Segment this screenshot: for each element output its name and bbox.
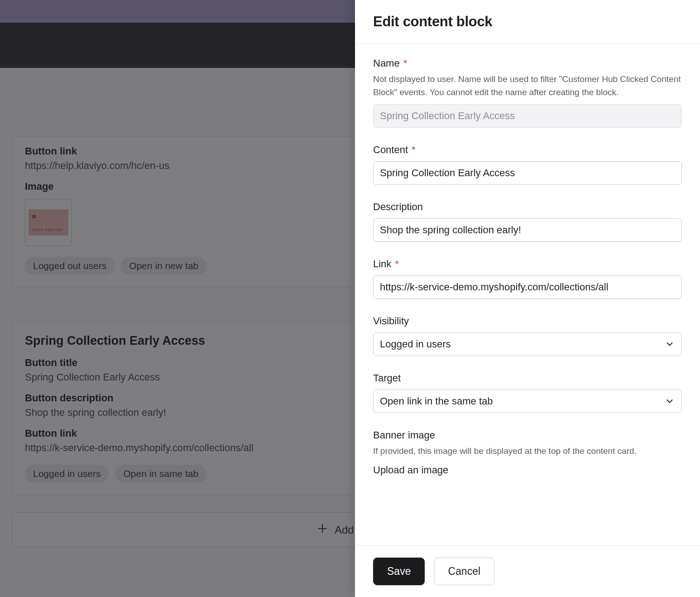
required-indicator-icon: *	[403, 58, 408, 68]
visibility-select[interactable]	[373, 332, 682, 356]
field-help-name: Not displayed to user. Name will be used…	[373, 73, 682, 99]
image-thumbnail[interactable]: HELP CENTER	[25, 199, 72, 246]
required-indicator-icon: *	[412, 145, 416, 155]
drawer-header: Edit content block	[355, 0, 700, 44]
form-group-target: Target	[373, 372, 682, 413]
field-help-banner-image: If provided, this image will be displaye…	[373, 445, 682, 458]
name-input	[373, 104, 682, 128]
form-group-banner-image: Banner image If provided, this image wil…	[373, 429, 682, 476]
save-button[interactable]: Save	[373, 558, 425, 585]
link-input[interactable]	[373, 275, 682, 299]
form-group-content: Content *	[373, 144, 682, 185]
drawer-body: Name * Not displayed to user. Name will …	[355, 44, 700, 545]
status-pill: Open in same tab	[115, 465, 206, 483]
drawer-title: Edit content block	[373, 14, 682, 30]
status-pill: Logged in users	[25, 465, 109, 483]
form-group-link: Link *	[373, 258, 682, 299]
form-group-name: Name * Not displayed to user. Name will …	[373, 58, 682, 128]
form-group-description: Description	[373, 201, 682, 242]
plus-icon	[316, 523, 328, 537]
drawer-footer: Save Cancel	[355, 545, 700, 597]
status-pill: Open in new tab	[121, 257, 206, 275]
edit-content-block-drawer: Edit content block Name * Not displayed …	[355, 0, 700, 597]
field-label-link: Link	[373, 258, 391, 270]
field-label-content: Content	[373, 144, 408, 156]
description-input[interactable]	[373, 218, 682, 242]
required-indicator-icon: *	[395, 259, 399, 269]
target-select[interactable]	[373, 390, 682, 413]
field-label-description: Description	[373, 201, 423, 213]
field-label-visibility: Visibility	[373, 315, 409, 327]
status-pill: Logged out users	[25, 257, 115, 275]
content-input[interactable]	[373, 161, 682, 185]
upload-image-label[interactable]: Upload an image	[373, 464, 682, 476]
form-group-visibility: Visibility	[373, 315, 682, 356]
field-label-banner-image: Banner image	[373, 429, 682, 441]
field-label-target: Target	[373, 372, 401, 384]
field-label-name: Name	[373, 58, 400, 69]
cancel-button[interactable]: Cancel	[434, 558, 494, 585]
